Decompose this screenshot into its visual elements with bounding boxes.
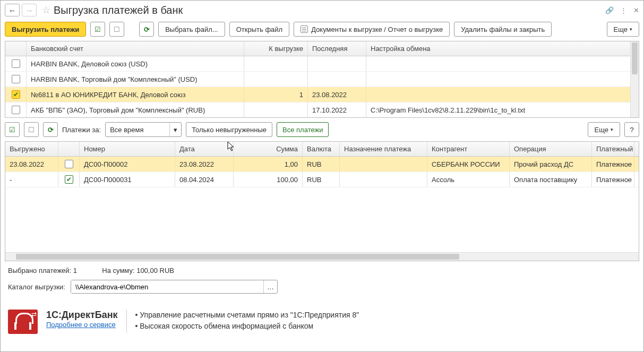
only-not-uploaded-toggle[interactable]: Только невыгруженные (186, 122, 272, 137)
payment-doc-type: Платежное (592, 172, 634, 187)
check-all-payments-icon[interactable]: ☑ (5, 122, 20, 137)
catalog-path-input[interactable]: … (71, 280, 278, 294)
payment-purpose (340, 172, 427, 187)
account-last-date (308, 56, 366, 71)
uncheck-all-icon[interactable]: ☐ (109, 22, 124, 37)
col-payment-doc[interactable]: Платежный (592, 142, 634, 156)
refresh-button[interactable]: ⟳ (139, 22, 154, 37)
promo-title: 1С:ДиректБанк (46, 310, 118, 321)
delete-files-close-button[interactable]: Удалить файлы и закрыть (454, 22, 552, 37)
payment-uploaded-date: - (5, 172, 58, 187)
promo-separator (126, 310, 127, 333)
col-sum[interactable]: Сумма (234, 142, 303, 156)
accounts-table: Банковский счет К выгрузке Последняя Нас… (5, 41, 639, 118)
account-last-date: 17.10.2022 (308, 102, 366, 117)
account-checkbox[interactable] (12, 75, 20, 83)
account-config-path: C:\Program Files\1cv82\8.2.11.229\bin\1c… (366, 102, 639, 117)
promo-features: • Управление расчетными счетами прямо из… (135, 310, 359, 332)
link-icon[interactable]: 🔗 (605, 6, 614, 14)
open-file-button[interactable]: Открыть файл (229, 22, 289, 37)
more-button-payments[interactable]: Еще▾ (588, 122, 620, 137)
account-name: №6811 в АО ЮНИКРЕДИТ БАНК, Деловой союз (27, 87, 244, 102)
payment-currency: RUB (303, 172, 340, 187)
account-name: АКБ "ВПБ" (ЗАО), Торговый дом "Комплексн… (27, 102, 244, 117)
account-name: HARBIN BANK, Деловой союз (USD) (27, 56, 244, 71)
payment-sum: 1,00 (234, 157, 303, 171)
favorite-star-icon[interactable]: ☆ (42, 4, 50, 16)
col-operation[interactable]: Операция (510, 142, 592, 156)
payment-checkbox[interactable] (65, 175, 73, 184)
payment-operation: Оплата поставщику (510, 172, 592, 187)
payment-currency: RUB (303, 157, 340, 171)
help-button[interactable]: ? (624, 122, 639, 137)
account-row[interactable]: АКБ "ВПБ" (ЗАО), Торговый дом "Комплексн… (5, 102, 639, 118)
col-bank-account[interactable]: Банковский счет (27, 41, 244, 56)
account-row[interactable]: №6811 в АО ЮНИКРЕДИТ БАНК, Деловой союз1… (5, 87, 639, 102)
account-last-date (308, 72, 366, 87)
all-payments-toggle[interactable]: Все платежи (277, 122, 329, 137)
payment-uploaded-date: 23.08.2022 (5, 157, 58, 171)
payment-date: 23.08.2022 (175, 157, 234, 171)
account-config-path (366, 56, 639, 71)
nav-forward-button[interactable]: → (22, 4, 37, 16)
page-title: Выгрузка платежей в банк (54, 4, 605, 16)
catalog-browse-button[interactable]: … (263, 280, 277, 293)
payments-table: Выгружено Номер Дата Сумма Валюта Назнач… (5, 141, 639, 261)
document-icon (300, 25, 308, 33)
account-checkbox[interactable] (12, 106, 20, 114)
payment-purpose (340, 157, 427, 171)
account-config-path (366, 72, 639, 87)
payment-operation: Прочий расход ДС (510, 157, 592, 171)
account-to-upload (244, 72, 308, 87)
account-name: HARBIN BANK, Торговый дом "Комплексный" … (27, 72, 244, 87)
col-uploaded[interactable]: Выгружено (5, 142, 58, 156)
catalog-label: Каталог выгрузки: (8, 283, 65, 291)
catalog-path-field[interactable] (71, 280, 263, 293)
summary-line: Выбрано платежей: 1 На сумму: 100,00 RUB (1, 261, 643, 278)
account-row[interactable]: HARBIN BANK, Деловой союз (USD) (5, 56, 639, 72)
payments-period-label: Платежи за: (62, 126, 101, 134)
account-checkbox[interactable] (12, 90, 20, 99)
more-button-top[interactable]: Еще▾ (607, 22, 639, 37)
payment-sum: 100,00 (234, 172, 303, 187)
check-all-icon[interactable]: ☑ (90, 22, 105, 37)
uncheck-all-payments-icon[interactable]: ☐ (24, 122, 39, 137)
payment-checkbox[interactable] (65, 160, 73, 168)
col-exchange-config[interactable]: Настройка обмена (366, 41, 639, 56)
close-window-icon[interactable]: ✕ (633, 6, 639, 14)
accounts-scrollbar[interactable] (630, 41, 639, 117)
account-checkbox[interactable] (12, 59, 20, 68)
payment-row[interactable]: 23.08.2022ДС00-П0000223.08.20221,00RUBСБ… (5, 157, 639, 172)
refresh-payments-button[interactable]: ⟳ (43, 122, 58, 137)
account-to-upload: 1 (244, 87, 308, 102)
nav-back-button[interactable]: ← (5, 4, 20, 16)
payment-number: ДС00-П00002 (80, 157, 175, 171)
account-to-upload (244, 102, 308, 117)
col-number[interactable]: Номер (80, 142, 175, 156)
account-row[interactable]: HARBIN BANK, Торговый дом "Комплексный" … (5, 72, 639, 87)
col-date[interactable]: Дата (175, 142, 234, 156)
payment-number: ДС00-П000031 (80, 172, 175, 187)
upload-payments-button[interactable]: Выгрузить платежи (5, 22, 86, 37)
col-to-upload[interactable]: К выгрузке (244, 41, 308, 56)
col-last[interactable]: Последняя (308, 41, 366, 56)
select-file-button[interactable]: Выбрать файл... (158, 22, 225, 37)
menu-dots-icon[interactable]: ⋮ (620, 6, 627, 14)
payment-counterparty: СБЕРБАНК РОССИИ (427, 157, 510, 171)
directbank-logo-icon: ⇄ (8, 310, 38, 334)
account-to-upload (244, 56, 308, 71)
col-currency[interactable]: Валюта (303, 142, 340, 156)
payment-doc-type: Платежное (592, 157, 634, 171)
period-dropdown[interactable]: Все время ▾ (105, 122, 182, 137)
payment-row[interactable]: -ДС00-П00003108.04.2024100,00RUBАссольОп… (5, 172, 639, 187)
promo-learn-more-link[interactable]: Подробнее о сервисе (46, 321, 118, 329)
account-config-path (366, 87, 639, 102)
payments-h-scrollbar[interactable] (5, 252, 639, 261)
col-purpose[interactable]: Назначение платежа (340, 142, 427, 156)
col-counterparty[interactable]: Контрагент (427, 142, 510, 156)
payment-counterparty: Ассоль (427, 172, 510, 187)
account-last-date: 23.08.2022 (308, 87, 366, 102)
payment-date: 08.04.2024 (175, 172, 234, 187)
docs-report-button[interactable]: Документы к выгрузке / Отчет о выгрузке (294, 22, 450, 37)
dropdown-caret-icon: ▾ (169, 123, 181, 136)
